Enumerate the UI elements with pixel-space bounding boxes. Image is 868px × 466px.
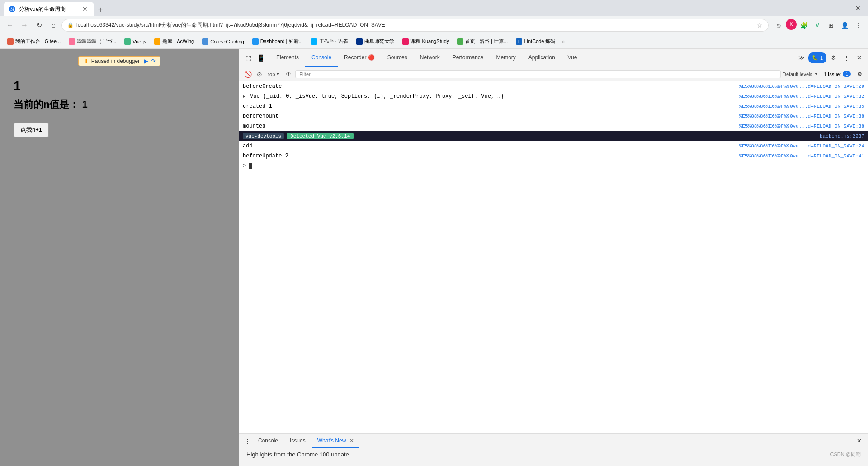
eye-filter-button[interactable]: 👁 [283,69,293,79]
tab-elements[interactable]: Elements [270,49,305,67]
bookmark-lintcode[interactable]: L LintCode 炼码 [512,37,559,46]
devtools-settings-button[interactable]: ⚙ [828,52,839,63]
console-row-source[interactable]: %E5%88%86%E6%9F%90vu...d=RELOAD_ON_SAVE:… [739,114,864,119]
context-selector[interactable]: top ▼ [266,71,282,78]
close-button[interactable]: ✕ [852,2,864,14]
bookmark-work[interactable]: 工作台 · 语雀 [307,37,352,46]
devtools-header: ⬚ 📱 Elements Console Recorder 🔴 Sources [239,49,868,67]
tab-recorder[interactable]: Recorder 🔴 [338,49,381,67]
increment-button[interactable]: 点我n+1 [14,123,49,137]
csdn-credit: CSDN @同期 [830,451,861,458]
url-text: localhost:63342/vue-study/src/html/分析vue… [76,21,754,29]
device-toolbar-button[interactable]: 📱 [255,52,266,63]
bookmarks-more[interactable]: » [562,38,565,45]
resume-script-button[interactable]: ▶ [144,58,148,64]
tab-performance[interactable]: Performance [446,49,490,67]
bookmark-vuejs[interactable]: Vue.js [121,38,150,46]
bottom-drawer: ⋮ Console Issues What's New ✕ ✕ Highligh… [239,433,868,466]
bookmark-favicon [402,38,409,45]
drawer-tab-console[interactable]: Console [253,434,283,448]
console-cursor[interactable] [249,163,252,169]
back-button[interactable]: ← [4,19,16,32]
devtools-close-button[interactable]: ✕ [854,52,864,63]
drawer-tab-whats-new[interactable]: What's New ✕ [312,434,360,448]
browser-toolbar-icons: ⎋ K 🧩 V ⊞ 👤 ⋮ [772,19,864,32]
console-row-source[interactable]: backend.js:2237 [820,133,864,139]
console-row-content: beforeCreate [243,83,739,90]
tab-console[interactable]: Console [305,49,338,67]
bookmark-qushi[interactable]: 曲阜师范大学 [353,37,398,46]
console-row: mounted %E5%88%86%E6%9F%90vu...d=RELOAD_… [239,121,868,131]
reload-button[interactable]: ↻ [33,19,45,32]
tab-network[interactable]: Network [414,49,446,67]
profile-icon[interactable]: K [786,19,797,30]
tab-sources[interactable]: Sources [381,49,414,67]
clear-console-button[interactable]: 🚫 [243,69,253,79]
console-output[interactable]: beforeCreate %E5%88%86%E6%9F%90vu...d=RE… [239,81,868,433]
tab-memory[interactable]: Memory [490,49,522,67]
debug-icon: ⏸ [83,58,89,64]
console-row-content: mounted [243,123,739,129]
bookmark-dashboard[interactable]: Dashboard | 知新... [249,37,307,46]
console-row-source[interactable]: %E5%88%86%E6%9F%90vu...d=RELOAD_ON_SAVE:… [739,84,864,89]
console-row-source[interactable]: %E5%88%86%E6%9F%90vu...d=RELOAD_ON_SAVE:… [739,104,864,109]
console-row: add %E5%88%86%E6%9F%90vu...d=RELOAD_ON_S… [239,141,868,151]
console-toolbar: 🚫 ⊘ top ▼ 👁 Default levels ▼ 1 Issue: 1 … [239,67,868,81]
bookmark-kuang[interactable]: 课程-KuangStudy [399,37,453,46]
console-vue-obj-text: Vue {_uid: 0, _isVue: true, $options: {…… [250,93,504,100]
bookmark-coursegrading[interactable]: CourseGrading [198,38,248,46]
bookmark-favicon [457,38,463,45]
expand-icon[interactable]: ▶ [243,94,245,99]
tab-application[interactable]: Application [522,49,561,67]
console-row: beforeMount %E5%88%86%E6%9F%90vu...d=REL… [239,111,868,121]
bookmark-favicon: L [516,38,522,45]
console-row-source[interactable]: %E5%88%86%E6%9F%90vu...d=RELOAD_ON_SAVE:… [739,143,864,149]
vue-ext-icon[interactable]: V [811,19,824,32]
cast-icon[interactable]: ⎋ [772,19,785,32]
main-area: ⏸ Paused in debugger ▶ ↷ 1 当前的n值是： 1 点我n… [0,49,868,466]
vue-devtools-badge: vue-devtools [243,133,284,139]
bookmark-gitee[interactable]: 我的工作台 - Gitee... [4,37,64,46]
default-levels-selector[interactable]: Default levels ▼ [783,71,818,77]
devtools-more-button[interactable]: ⋮ [841,52,852,63]
console-settings-button[interactable]: ⚙ [854,69,864,79]
new-tab-button[interactable]: + [94,4,107,16]
home-button[interactable]: ⌂ [47,19,60,32]
forward-button[interactable]: → [18,19,31,32]
console-row: beforeUpdate 2 %E5%88%86%E6%9F%90vu...d=… [239,151,868,161]
console-row-content: add [243,143,739,149]
maximize-button[interactable]: □ [837,2,850,14]
devtools-tabs: Elements Console Recorder 🔴 Sources Netw… [270,49,795,67]
extensions-icon[interactable]: 🧩 [797,19,810,32]
drawer-tab-close-button[interactable]: ✕ [349,437,354,444]
console-created-text: created 1 [243,103,272,109]
console-row-source[interactable]: %E5%88%86%E6%9F%90vu...d=RELOAD_ON_SAVE:… [739,94,864,99]
console-before-create-text: beforeCreate [243,83,282,90]
stop-logging-button[interactable]: ⊘ [255,69,264,79]
bookmark-star-icon[interactable]: ☆ [757,22,763,29]
console-row-source[interactable]: %E5%88%86%E6%9F%90vu...d=RELOAD_ON_SAVE:… [739,124,864,129]
minimize-button[interactable]: — [823,2,835,14]
drawer-tab-issues[interactable]: Issues [284,434,311,448]
url-bar[interactable]: 🔒 localhost:63342/vue-study/src/html/分析v… [61,19,769,32]
more-tabs-button[interactable]: ≫ [795,54,808,61]
drawer-close-button[interactable]: ✕ [854,436,864,447]
step-over-button[interactable]: ↷ [151,58,156,64]
ext2-icon[interactable]: ⊞ [825,19,837,32]
console-row-source[interactable]: %E5%88%86%E6%9F%90vu...d=RELOAD_ON_SAVE:… [739,153,864,159]
filter-input[interactable] [295,70,781,78]
account-icon[interactable]: 👤 [838,19,851,32]
drawer-content: Highlights from the Chrome 100 update CS… [239,448,868,461]
inspect-element-button[interactable]: ⬚ [243,52,254,63]
page-content: ⏸ Paused in debugger ▶ ↷ 1 当前的n值是： 1 点我n… [0,49,239,466]
menu-icon[interactable]: ⋮ [852,19,864,32]
drawer-menu-button[interactable]: ⋮ [243,434,252,448]
bookmark-acwing[interactable]: 题库 - AcWing [151,37,198,46]
tab-close-button[interactable]: ✕ [81,5,89,13]
issues-badge[interactable]: 🐛 1 [808,52,826,63]
bookmark-bilibili[interactable]: 哔哩哔哩（ ´ 'づ... [65,37,120,46]
tab-vue[interactable]: Vue [561,49,584,67]
bookmark-homepage[interactable]: 首页 - 洛谷 | 计算... [453,37,511,46]
console-row-content: beforeUpdate 2 [243,153,739,159]
active-tab[interactable]: 分 分析vue的生命周期 ✕ [4,2,94,16]
